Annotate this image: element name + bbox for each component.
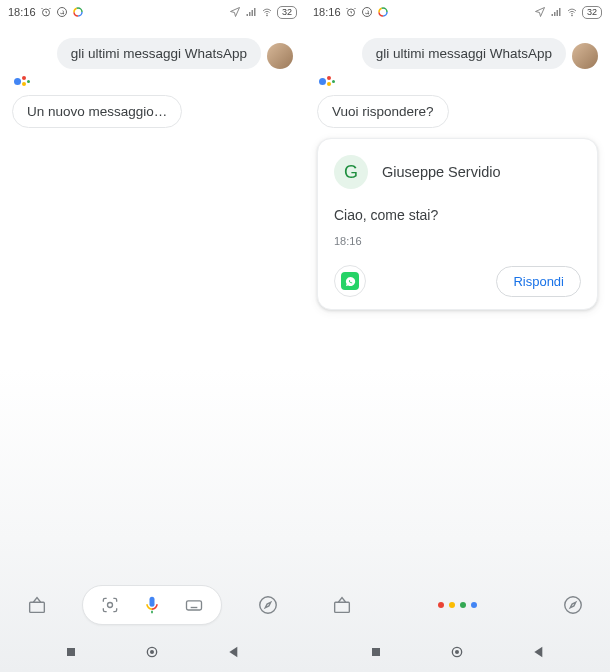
whatsapp-app-icon[interactable]	[334, 265, 366, 297]
svg-rect-9	[187, 601, 202, 610]
nav-bar	[0, 632, 305, 672]
wifi-icon	[261, 6, 273, 18]
svg-rect-21	[334, 602, 349, 612]
input-bar	[305, 578, 610, 632]
svg-rect-11	[67, 648, 75, 656]
status-bar: 18:16 32	[0, 0, 305, 24]
google-status-icon	[377, 6, 389, 18]
alarm-icon	[40, 6, 52, 18]
card-actions: Rispondi	[334, 261, 581, 297]
svg-point-8	[108, 603, 113, 608]
explore-icon[interactable]	[557, 589, 589, 621]
chat-area: gli ultimi messaggi WhatsApp Un nuovo me…	[0, 24, 305, 578]
signal-icon	[550, 6, 562, 18]
input-pill	[82, 585, 222, 625]
location-icon	[229, 6, 241, 18]
nav-back-button[interactable]	[529, 642, 549, 662]
assistant-message-row: Un nuovo messaggio…	[12, 95, 293, 128]
svg-point-13	[150, 650, 154, 654]
assistant-logo-icon	[319, 75, 335, 89]
svg-point-22	[565, 597, 582, 614]
chat-area: gli ultimi messaggi WhatsApp Vuoi rispon…	[305, 24, 610, 578]
user-avatar[interactable]	[572, 43, 598, 69]
mic-icon[interactable]	[138, 591, 166, 619]
reply-button[interactable]: Rispondi	[496, 266, 581, 297]
user-bubble[interactable]: gli ultimi messaggi WhatsApp	[57, 38, 261, 69]
svg-point-1	[57, 8, 66, 17]
contact-avatar[interactable]: G	[334, 155, 368, 189]
message-body: Ciao, come stai?	[334, 207, 581, 223]
alarm-icon	[345, 6, 357, 18]
updates-icon[interactable]	[326, 589, 358, 621]
user-message-row: gli ultimi messaggi WhatsApp	[317, 38, 598, 69]
assistant-bubble[interactable]: Vuoi rispondere?	[317, 95, 449, 128]
battery-indicator: 32	[277, 6, 297, 19]
svg-rect-23	[372, 648, 380, 656]
svg-point-6	[266, 15, 267, 16]
signal-icon	[245, 6, 257, 18]
status-time: 18:16	[313, 6, 341, 18]
message-time: 18:16	[334, 235, 581, 247]
whatsapp-status-icon	[56, 6, 68, 18]
explore-icon[interactable]	[252, 589, 284, 621]
svg-point-20	[571, 15, 572, 16]
lens-icon[interactable]	[96, 591, 124, 619]
battery-indicator: 32	[582, 6, 602, 19]
svg-rect-7	[29, 602, 44, 612]
input-bar	[0, 578, 305, 632]
status-bar: 18:16 32	[305, 0, 610, 24]
phone-right: 18:16 32 gli ultimi messaggi WhatsApp Vu…	[305, 0, 610, 672]
user-message-row: gli ultimi messaggi WhatsApp	[12, 38, 293, 69]
nav-home-button[interactable]	[142, 642, 162, 662]
wifi-icon	[566, 6, 578, 18]
user-avatar[interactable]	[267, 43, 293, 69]
nav-bar	[305, 632, 610, 672]
keyboard-icon[interactable]	[180, 591, 208, 619]
nav-home-button[interactable]	[447, 642, 467, 662]
nav-recent-button[interactable]	[61, 642, 81, 662]
card-header: G Giuseppe Servidio	[334, 155, 581, 189]
phone-left: 18:16 32 gli ultimi messaggi WhatsApp Un…	[0, 0, 305, 672]
whatsapp-status-icon	[361, 6, 373, 18]
google-status-icon	[72, 6, 84, 18]
svg-point-25	[455, 650, 459, 654]
listening-indicator[interactable]	[387, 585, 527, 625]
assistant-message-row: Vuoi rispondere?	[317, 95, 598, 128]
svg-point-10	[260, 597, 277, 614]
status-time: 18:16	[8, 6, 36, 18]
svg-point-15	[362, 8, 371, 17]
nav-recent-button[interactable]	[366, 642, 386, 662]
nav-back-button[interactable]	[224, 642, 244, 662]
assistant-logo-icon	[14, 75, 30, 89]
location-icon	[534, 6, 546, 18]
user-bubble[interactable]: gli ultimi messaggi WhatsApp	[362, 38, 566, 69]
updates-icon[interactable]	[21, 589, 53, 621]
assistant-bubble[interactable]: Un nuovo messaggio…	[12, 95, 182, 128]
message-card[interactable]: G Giuseppe Servidio Ciao, come stai? 18:…	[317, 138, 598, 310]
contact-name: Giuseppe Servidio	[382, 164, 501, 180]
